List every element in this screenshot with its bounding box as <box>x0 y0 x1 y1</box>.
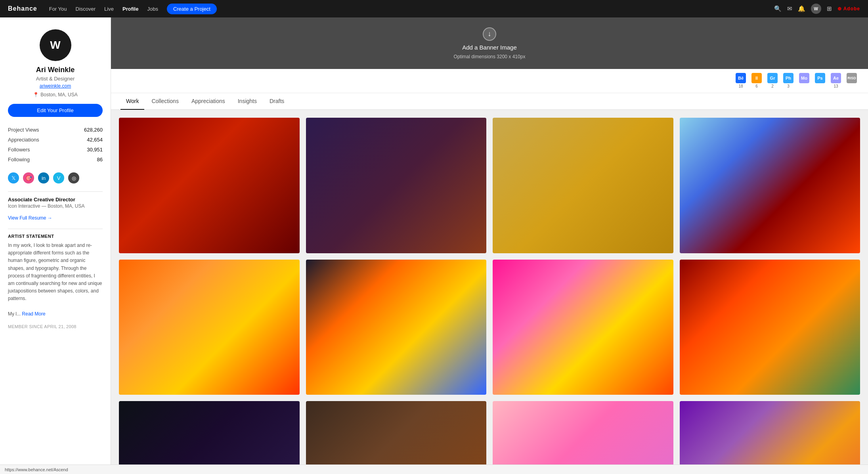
nav-link-for-you[interactable]: For You <box>49 6 67 12</box>
badge-icon: RISD <box>847 73 857 83</box>
nav-link-profile[interactable]: Profile <box>122 6 138 12</box>
profile-name: Ari Weinkle <box>8 66 103 74</box>
stats-value: 628,260 <box>84 127 103 133</box>
avatar-initials: W <box>50 39 60 52</box>
badge-icon: Bē <box>736 73 746 83</box>
stats-value: 30,951 <box>87 147 103 153</box>
app-badge-ph: Ph 3 <box>782 72 795 90</box>
user-avatar[interactable]: W <box>811 4 821 14</box>
twitter-icon[interactable]: 𝕏 <box>8 172 19 183</box>
circle-icon[interactable]: ◎ <box>68 172 79 183</box>
stats-label: Following <box>8 157 30 162</box>
location-text: Boston, MA, USA <box>40 92 77 97</box>
app-badge-mo: Mo <box>797 72 811 90</box>
tabs-bar: WorkCollectionsAppreciationsInsightsDraf… <box>111 93 868 110</box>
search-icon[interactable]: 🔍 <box>774 5 782 12</box>
artist-statement-text: In my work, I look to break apart and re… <box>8 242 103 318</box>
tab-appreciations[interactable]: Appreciations <box>186 93 231 110</box>
project-card[interactable] <box>493 260 673 395</box>
create-project-button[interactable]: Create a Project <box>167 4 217 14</box>
badge-icon: Ae <box>831 73 841 83</box>
projects-grid <box>111 110 868 474</box>
badge-count: 2 <box>771 84 774 88</box>
avatar: W <box>40 29 71 61</box>
nav-link-jobs[interactable]: Jobs <box>147 6 158 12</box>
project-card[interactable] <box>119 118 300 253</box>
tab-insights[interactable]: Insights <box>232 93 262 110</box>
nav-links: For YouDiscoverLiveProfileJobsCreate a P… <box>49 4 766 14</box>
profile-location: 📍 Boston, MA, USA <box>8 92 103 97</box>
notification-icon[interactable]: 🔔 <box>798 5 805 12</box>
view-resume-link[interactable]: View Full Resume → <box>8 215 103 221</box>
stats-row: Appreciations42,654 <box>8 135 103 145</box>
sidebar-inner: W Ari Weinkle Artist & Designer ariweink… <box>0 17 111 341</box>
badge-icon: Il <box>751 73 762 83</box>
artist-statement-title: ARTIST STATEMENT <box>8 234 103 239</box>
divider <box>8 191 103 192</box>
badge-count: 3 <box>787 84 790 88</box>
badge-count: 13 <box>834 84 838 88</box>
profile-header-row: Bē 18 Il 6 Gr 2 Ph 3 Mo Ps Ae 13 RISD <box>111 69 868 93</box>
project-card[interactable] <box>680 260 860 395</box>
stats-label: Project Views <box>8 127 39 133</box>
linkedin-icon[interactable]: in <box>38 172 49 183</box>
project-card[interactable] <box>680 401 860 474</box>
adobe-logo: ⊕ Adobe <box>837 6 860 11</box>
project-card[interactable] <box>306 401 487 474</box>
banner-text: Add a Banner Image <box>462 44 517 51</box>
project-card[interactable] <box>493 118 673 253</box>
sidebar: W Ari Weinkle Artist & Designer ariweink… <box>0 17 111 474</box>
app-badge-bē: Bē 18 <box>734 72 748 90</box>
message-icon[interactable]: ✉ <box>787 5 792 12</box>
banner-subtext: Optimal dimensions 3200 x 410px <box>454 54 526 59</box>
project-card[interactable] <box>680 118 860 253</box>
stats-label: Appreciations <box>8 137 39 143</box>
banner[interactable]: ↓ Add a Banner Image Optimal dimensions … <box>111 17 868 69</box>
app-badge-risd: RISD <box>845 72 858 90</box>
download-icon: ↓ <box>483 27 496 41</box>
stats-row: Project Views628,260 <box>8 125 103 135</box>
tab-work[interactable]: Work <box>120 93 144 110</box>
job-company: Icon Interactive — Boston, MA, USA <box>8 203 103 209</box>
stats-row: Following86 <box>8 155 103 164</box>
stats-table: Project Views628,260Appreciations42,654F… <box>8 125 103 164</box>
badge-icon: Ph <box>783 73 793 83</box>
nav-link-discover[interactable]: Discover <box>76 6 96 12</box>
dribbble-icon[interactable]: 🎯 <box>23 172 34 183</box>
project-card[interactable] <box>119 401 300 474</box>
app-badge-gr: Gr 2 <box>766 72 779 90</box>
read-more-link[interactable]: Read More <box>22 311 45 317</box>
tab-collections[interactable]: Collections <box>146 93 184 110</box>
edit-profile-button[interactable]: Edit Your Profile <box>8 104 103 117</box>
navbar-icons: 🔍 ✉ 🔔 W ⊞ ⊕ Adobe <box>774 4 860 14</box>
navbar: Behance For YouDiscoverLiveProfileJobsCr… <box>0 0 868 17</box>
brand-logo[interactable]: Behance <box>8 5 37 12</box>
app-badge-ae: Ae 13 <box>829 72 843 90</box>
page-wrapper: W Ari Weinkle Artist & Designer ariweink… <box>0 0 868 474</box>
app-badge-ps: Ps <box>813 72 827 90</box>
profile-title: Artist & Designer <box>8 76 103 82</box>
profile-website[interactable]: ariweinkle.com <box>8 83 103 89</box>
badge-icon: Mo <box>799 73 809 83</box>
project-card[interactable] <box>306 260 487 395</box>
artist-statement-section: ARTIST STATEMENT In my work, I look to b… <box>8 234 103 318</box>
badge-count: 6 <box>755 84 758 88</box>
url-text: https://www.behance.net/Ascend <box>5 467 68 472</box>
project-card[interactable] <box>493 401 673 474</box>
stats-row: Followers30,951 <box>8 145 103 155</box>
divider-2 <box>8 229 103 229</box>
project-card[interactable] <box>119 260 300 395</box>
tab-drafts[interactable]: Drafts <box>264 93 290 110</box>
badge-icon: Gr <box>767 73 778 83</box>
member-since: MEMBER SINCE APRIL 21, 2008 <box>8 324 103 329</box>
project-card[interactable] <box>306 118 487 253</box>
grid-icon[interactable]: ⊞ <box>827 5 832 12</box>
nav-link-live[interactable]: Live <box>104 6 114 12</box>
stats-label: Followers <box>8 147 30 153</box>
job-title: Associate Creative Director <box>8 197 103 203</box>
stats-value: 86 <box>97 157 103 162</box>
social-icons: 𝕏🎯inV◎ <box>8 172 103 183</box>
artist-statement-continuation: My l... <box>8 311 21 317</box>
badge-icon: Ps <box>815 73 825 83</box>
vimeo-icon[interactable]: V <box>53 172 64 183</box>
